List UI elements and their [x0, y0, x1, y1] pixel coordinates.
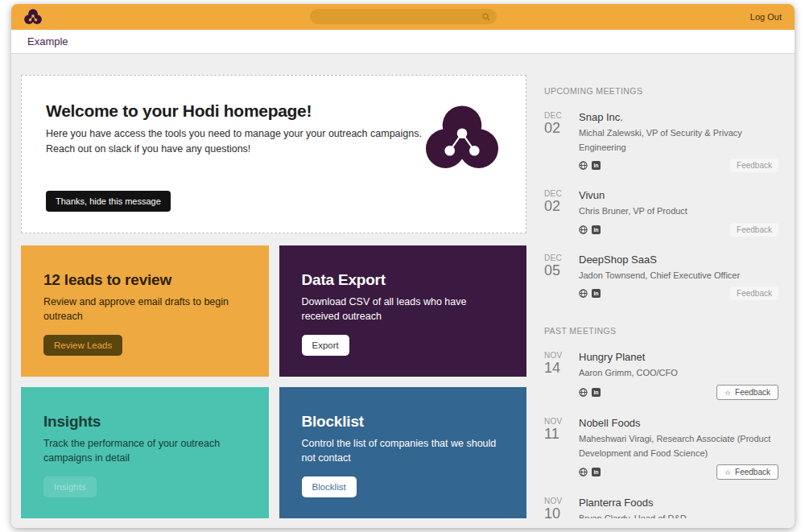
blocklist-button[interactable]: Blocklist — [302, 476, 357, 497]
card-insights: Insights Track the performance of your o… — [21, 387, 269, 518]
meeting-item: DEC 02 Snap Inc. Michal Zalewski, VP of … — [544, 111, 778, 172]
feedback-button[interactable]: Feedback — [730, 159, 778, 172]
hodi-trefoil-logo — [426, 105, 498, 172]
star-icon: ☆ — [724, 468, 731, 476]
meeting-month: DEC — [544, 111, 568, 120]
meeting-month: NOV — [544, 497, 568, 505]
meeting-item: DEC 02 Vivun Chris Bruner, VP of Product… — [544, 189, 778, 237]
linkedin-icon[interactable]: in — [592, 468, 601, 476]
app-window: Log Out Example Welcome to your Hodi hom… — [11, 4, 795, 528]
export-button[interactable]: Export — [302, 335, 349, 356]
website-icon[interactable] — [579, 289, 588, 298]
meeting-day: 02 — [544, 198, 568, 215]
main-column: Welcome to your Hodi homepage! Here you … — [21, 75, 526, 518]
cards-grid: 12 leads to review Review and approve em… — [21, 245, 526, 518]
website-icon[interactable] — [579, 468, 588, 476]
linkedin-icon[interactable]: in — [592, 388, 601, 397]
meeting-contact: Maheshwari Viragi, Research Associate (P… — [579, 432, 778, 460]
card-blocklist: Blocklist Control the list of companies … — [279, 387, 527, 518]
upcoming-meetings-title: UPCOMING MEETINGS — [544, 86, 778, 96]
linkedin-icon[interactable]: in — [592, 225, 601, 234]
linkedin-icon[interactable]: in — [592, 289, 601, 298]
meeting-contact: Michal Zalewski, VP of Security & Privac… — [579, 126, 778, 155]
website-icon[interactable] — [579, 225, 588, 234]
past-meetings-title: PAST MEETINGS — [544, 326, 778, 336]
meeting-item: NOV 11 Nobell Foods Maheshwari Viragi, R… — [544, 417, 778, 480]
meeting-item: NOV 14 Hungry Planet Aaron Grimm, COO/CF… — [544, 351, 778, 400]
card-title: Data Export — [302, 271, 505, 289]
card-title: 12 leads to review — [43, 271, 246, 289]
feedback-button[interactable]: Feedback — [730, 223, 778, 237]
meeting-company: Nobell Foods — [579, 417, 778, 429]
meeting-month: NOV — [544, 351, 568, 360]
meeting-day: 14 — [544, 360, 568, 377]
card-description: Control the list of companies that we sh… — [302, 436, 505, 465]
insights-button[interactable]: Insights — [43, 476, 97, 497]
meeting-date: DEC 02 — [544, 111, 568, 172]
top-bar: Log Out — [11, 4, 795, 30]
card-leads: 12 leads to review Review and approve em… — [21, 245, 269, 377]
welcome-card: Welcome to your Hodi homepage! Here you … — [21, 75, 526, 233]
card-description: Track the performance of your outreach c… — [43, 436, 246, 465]
meeting-month: DEC — [544, 254, 568, 262]
meeting-company: Hungry Planet — [579, 351, 778, 363]
meeting-date: DEC 02 — [544, 189, 568, 237]
meeting-contact: Bryan Clardy, Head of R&D — [579, 512, 778, 518]
meeting-contact: Chris Bruner, VP of Product — [579, 204, 778, 219]
search-input[interactable] — [310, 9, 497, 24]
upcoming-meetings-list: DEC 02 Snap Inc. Michal Zalewski, VP of … — [544, 111, 778, 300]
hodi-logo-icon[interactable] — [24, 9, 42, 25]
meeting-contact: Jadon Townsend, Chief Executive Officer — [579, 269, 778, 283]
card-description: Review and approve email drafts to begin… — [43, 295, 246, 324]
meeting-date: NOV 11 — [544, 417, 568, 480]
meeting-day: 11 — [544, 426, 568, 443]
content-area: Welcome to your Hodi homepage! Here you … — [11, 54, 795, 528]
meeting-company: DeepShop SaaS — [579, 254, 778, 266]
card-description: Download CSV of all leads who have recei… — [302, 295, 505, 324]
logout-button[interactable]: Log Out — [750, 12, 782, 22]
breadcrumb[interactable]: Example — [27, 35, 68, 47]
meeting-item: NOV 10 Planterra Foods Bryan Clardy, Hea… — [544, 497, 778, 518]
website-icon[interactable] — [579, 161, 588, 170]
meeting-month: DEC — [544, 189, 568, 198]
meetings-sidebar: UPCOMING MEETINGS DEC 02 Snap Inc. Micha… — [544, 75, 785, 518]
meeting-date: DEC 05 — [544, 254, 568, 301]
meeting-company: Vivun — [579, 189, 778, 201]
search-icon — [482, 13, 490, 21]
feedback-button[interactable]: ☆Feedback — [716, 385, 778, 400]
card-title: Blocklist — [302, 413, 505, 431]
website-icon[interactable] — [579, 388, 588, 397]
meeting-month: NOV — [544, 417, 568, 426]
card-title: Insights — [43, 413, 246, 431]
breadcrumb-row: Example — [11, 30, 795, 54]
meeting-company: Planterra Foods — [579, 497, 778, 509]
past-meetings-list: NOV 14 Hungry Planet Aaron Grimm, COO/CF… — [544, 351, 778, 518]
leads-button[interactable]: Review Leads — [43, 335, 122, 356]
meeting-contact: Aaron Grimm, COO/CFO — [579, 366, 778, 381]
meeting-company: Snap Inc. — [579, 111, 778, 123]
meeting-day: 10 — [544, 505, 568, 518]
meeting-item: DEC 05 DeepShop SaaS Jadon Townsend, Chi… — [544, 254, 778, 301]
feedback-button[interactable]: ☆Feedback — [716, 464, 778, 480]
card-export: Data Export Download CSV of all leads wh… — [279, 245, 527, 377]
dismiss-message-button[interactable]: Thanks, hide this message — [46, 191, 171, 212]
meeting-date: NOV 14 — [544, 351, 568, 400]
feedback-button[interactable]: Feedback — [730, 287, 778, 300]
meeting-date: NOV 10 — [544, 497, 568, 518]
linkedin-icon[interactable]: in — [592, 161, 601, 170]
meeting-day: 05 — [544, 262, 568, 279]
star-icon: ☆ — [724, 389, 731, 397]
meeting-day: 02 — [544, 120, 568, 137]
